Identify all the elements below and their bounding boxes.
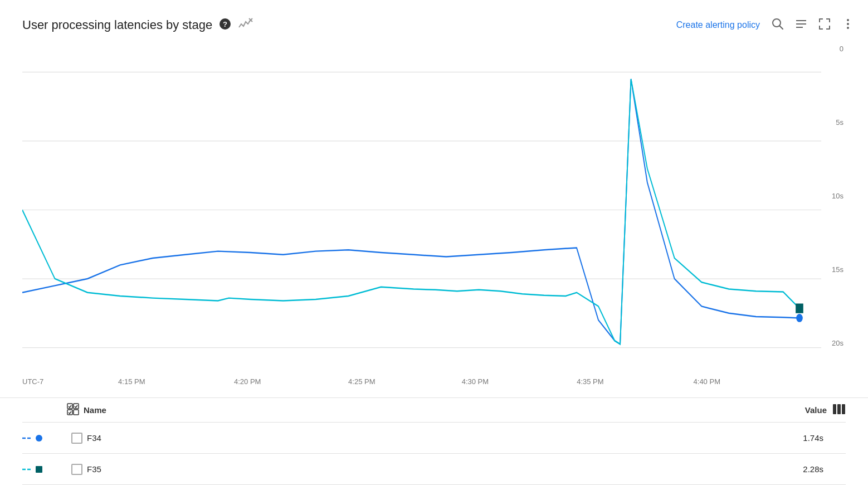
x-label-440: 4:40 PM: [694, 377, 720, 386]
svg-rect-19: [74, 404, 79, 409]
svg-rect-22: [833, 404, 836, 414]
search-icon[interactable]: [771, 17, 784, 33]
svg-point-11: [847, 23, 849, 25]
f35-value: 2.28s: [803, 464, 823, 474]
svg-point-10: [847, 19, 849, 21]
svg-text:?: ?: [223, 20, 227, 28]
svg-point-12: [847, 27, 849, 29]
f34-indicator: [22, 433, 67, 444]
legend-row-f34: F34 1.74s: [22, 423, 846, 454]
f35-endpoint: [796, 304, 803, 313]
x-axis-row: UTC-7 4:15 PM 4:20 PM 4:25 PM 4:30 PM 4:…: [22, 375, 821, 397]
y-label-10: 10s: [823, 192, 846, 200]
y-label-5: 5s: [823, 118, 846, 127]
header-actions: [771, 17, 855, 33]
f35-checkbox[interactable]: [71, 464, 82, 475]
x-label-430: 4:30 PM: [462, 377, 489, 386]
x-label-415: 4:15 PM: [118, 377, 145, 386]
fullscreen-icon[interactable]: [818, 17, 831, 33]
filter-icon[interactable]: [794, 17, 808, 33]
legend-table: Name Value: [0, 397, 868, 485]
svg-point-26: [36, 435, 42, 442]
columns-icon[interactable]: [832, 404, 846, 417]
x-label-420: 4:20 PM: [234, 377, 261, 386]
svg-rect-28: [36, 466, 42, 473]
chart-svg: 20s 15s 10s 5s 0: [22, 45, 846, 375]
trend-icon[interactable]: [238, 17, 253, 33]
x-label-425: 4:25 PM: [348, 377, 375, 386]
x-label-435: 4:35 PM: [577, 377, 603, 386]
svg-line-5: [780, 26, 783, 30]
svg-rect-24: [842, 404, 845, 414]
legend-toggle-icon[interactable]: [67, 403, 79, 418]
legend-row-f35: F35 2.28s: [22, 454, 846, 485]
help-icon[interactable]: ?: [219, 18, 231, 33]
f34-endpoint: [796, 314, 803, 322]
y-label-0: 0: [823, 45, 846, 53]
svg-rect-23: [837, 404, 841, 414]
f34-name: F34: [82, 433, 803, 443]
chart-header: User processing latencies by stage ? Cre…: [0, 0, 868, 45]
create-alerting-link[interactable]: Create alerting policy: [676, 20, 760, 30]
f34-value: 1.74s: [803, 433, 823, 443]
svg-rect-18: [67, 404, 72, 409]
f34-line: [22, 79, 799, 345]
legend-value-header: Value: [805, 405, 827, 415]
f34-checkbox[interactable]: [71, 433, 82, 444]
chart-title: User processing latencies by stage: [22, 18, 212, 32]
legend-header-row: Name Value: [22, 398, 846, 423]
more-options-icon[interactable]: [841, 17, 855, 33]
f35-indicator: [22, 464, 67, 475]
svg-rect-20: [67, 410, 72, 415]
y-axis-labels: 20s 15s 10s 5s 0: [823, 45, 846, 353]
y-label-15: 15s: [823, 265, 846, 274]
f35-line: [22, 79, 799, 345]
y-label-20: 20s: [823, 339, 846, 347]
svg-rect-21: [74, 410, 79, 415]
f35-name: F35: [82, 464, 803, 474]
x-label-utc7: UTC-7: [22, 377, 43, 386]
chart-area: 20s 15s 10s 5s 0 UTC-7 4:15 PM 4:20 PM 4…: [0, 45, 868, 397]
chart-container: User processing latencies by stage ? Cre…: [0, 0, 868, 485]
legend-name-header: Name: [84, 405, 106, 415]
